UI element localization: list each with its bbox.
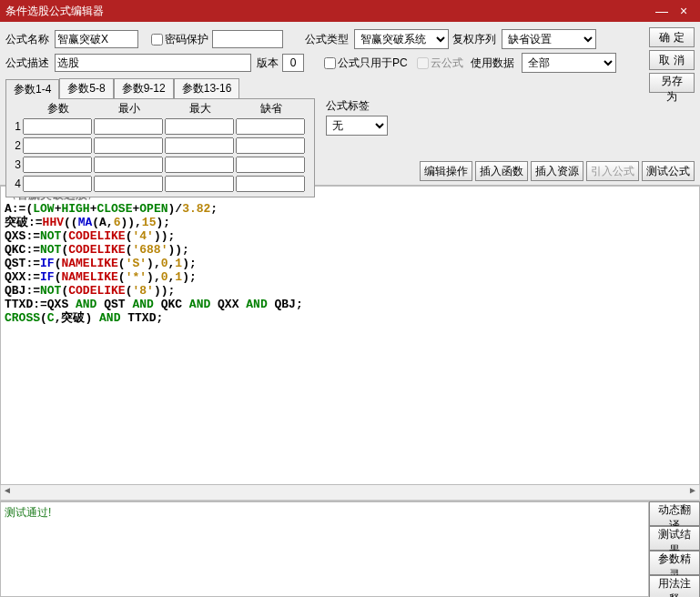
param-header-min: 最小 [94,101,165,116]
pwd-input[interactable] [212,30,283,48]
param-name-input[interactable] [23,118,92,135]
param-rownum: 3 [10,158,23,171]
param-rownum: 1 [10,120,23,133]
param-min-input[interactable] [94,157,163,173]
pwdprotect-checkbox[interactable]: 密码保护 [151,32,208,47]
label-usedata: 使用数据 [471,56,518,71]
param-min-input[interactable] [94,137,163,154]
param-header-name: 参数 [23,101,94,116]
ftype-select[interactable]: 智赢突破系统 [354,29,449,49]
param-header-def: 缺省 [236,101,307,116]
param-max-input[interactable] [165,118,234,135]
label-fuquan: 复权序列 [452,32,498,47]
code-editor[interactable]: 〈智赢突破选股〉 A:=(LOW+HIGH+CLOSE+OPEN)/3.82; … [0,186,700,485]
usage-button[interactable]: 用法注释 [649,575,700,597]
minimize-icon[interactable]: — [651,4,673,18]
label-version: 版本 [257,56,279,71]
close-icon[interactable]: × [673,4,695,18]
editop-button[interactable]: 编辑操作 [420,161,472,181]
usedata-select[interactable]: 全部 [522,53,616,73]
paramwiz-button[interactable]: 参数精灵 [649,551,700,575]
titlebar: 条件选股公式编辑器 — × [0,0,700,22]
label-name: 公式名称 [5,32,51,47]
import-button[interactable]: 引入公式 [586,161,639,181]
formula-tag-group: 公式标签 无 [326,98,388,136]
param-tabs: 参数1-4 参数5-8 参数9-12 参数13-16 [5,78,695,98]
param-min-input[interactable] [94,176,163,192]
cloud-checkbox: 云公式 [417,56,463,71]
param-min-input[interactable] [94,118,163,135]
top-form: 公式名称 密码保护 公式类型 智赢突破系统 复权序列 缺省设置 公式描述 版本 … [0,22,700,186]
ok-button[interactable]: 确 定 [649,27,695,47]
param-name-input[interactable] [23,176,92,192]
horizontal-scrollbar[interactable] [0,485,700,501]
label-ftag: 公式标签 [326,98,388,114]
dyntrans-button[interactable]: 动态翻译 [649,501,700,526]
cancel-button[interactable]: 取 消 [649,50,695,70]
pconly-checkbox[interactable]: 公式只用于PC [324,56,408,71]
name-input[interactable] [55,30,138,48]
tab-params-9-12[interactable]: 参数9-12 [114,78,174,98]
param-name-input[interactable] [23,137,92,154]
param-grid: 参数 最小 最大 缺省 1234 [5,98,315,197]
result-output: 测试通过! [0,501,649,597]
param-max-input[interactable] [165,137,234,154]
tab-params-1-4[interactable]: 参数1-4 [5,79,59,99]
param-def-input[interactable] [236,157,305,173]
fuquan-select[interactable]: 缺省设置 [502,29,596,49]
param-max-input[interactable] [165,176,234,192]
param-header-max: 最大 [165,101,236,116]
param-max-input[interactable] [165,157,234,173]
param-rownum: 4 [10,177,23,190]
param-def-input[interactable] [236,176,305,192]
desc-input[interactable] [55,54,251,72]
ftag-select[interactable]: 无 [326,116,388,136]
param-def-input[interactable] [236,137,305,154]
insfunc-button[interactable]: 插入函数 [475,161,528,181]
tab-params-5-8[interactable]: 参数5-8 [59,78,113,98]
param-def-input[interactable] [236,118,305,135]
param-rownum: 2 [10,139,23,152]
test-button[interactable]: 测试公式 [642,161,695,181]
label-desc: 公式描述 [5,56,51,71]
label-ftype: 公式类型 [305,32,350,47]
param-name-input[interactable] [23,157,92,173]
saveas-button[interactable]: 另存为 [649,73,695,93]
testres-button[interactable]: 测试结果 [649,526,700,551]
version-input[interactable] [282,54,304,72]
window-title: 条件选股公式编辑器 [5,4,651,19]
tab-params-13-16[interactable]: 参数13-16 [174,78,240,98]
insres-button[interactable]: 插入资源 [531,161,583,181]
